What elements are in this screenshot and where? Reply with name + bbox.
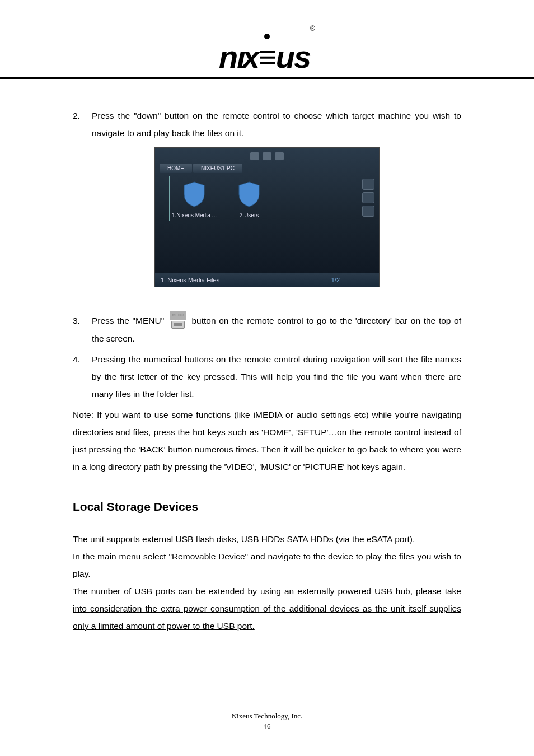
- registered-mark: ®: [310, 25, 315, 32]
- video-icon: [250, 152, 259, 160]
- breadcrumb-path: NIXEUS1-PC: [193, 164, 242, 173]
- step-2: 2. Press the "down" button on the remote…: [73, 107, 461, 142]
- step-text: Press the "down" button on the remote co…: [92, 107, 461, 142]
- header-rule: [0, 77, 534, 79]
- step-text: Pressing the numerical buttons on the re…: [92, 351, 461, 403]
- sidebar-icon: [362, 192, 374, 203]
- ui-screenshot: HOME NIXEUS1-PC 1.Nixeus Media ...: [154, 147, 380, 287]
- page-indicator: 1/2: [331, 277, 340, 283]
- step-number: 3.: [73, 312, 92, 347]
- sidebar-icon: [362, 179, 374, 190]
- note-paragraph: Note: If you want to use some functions …: [73, 406, 461, 475]
- sidebar-icons: [362, 179, 374, 217]
- step-number: 4.: [73, 351, 92, 403]
- menu-button-label: MENU: [170, 311, 186, 320]
- music-icon: [263, 152, 271, 160]
- body-paragraph-3: The number of USB ports can be extended …: [73, 582, 461, 634]
- sidebar-icon: [362, 206, 374, 217]
- status-title: 1. Nixeus Media Files: [161, 277, 219, 283]
- breadcrumb-home: HOME: [160, 164, 192, 173]
- footer-company: Nixeus Technology, Inc.: [0, 711, 534, 721]
- footer-page-number: 46: [0, 721, 534, 731]
- body-paragraph-2: In the main menu select "Removable Devic…: [73, 548, 461, 582]
- media-type-icons: [250, 152, 284, 160]
- step-number: 2.: [73, 107, 92, 142]
- logo-text: nıx≡us: [219, 39, 310, 74]
- folder-item-1: 1.Nixeus Media ...: [170, 176, 219, 221]
- picture-icon: [275, 152, 284, 160]
- step-4: 4. Pressing the numerical buttons on the…: [73, 351, 461, 403]
- shield-folder-icon: [179, 179, 210, 210]
- breadcrumb: HOME NIXEUS1-PC: [160, 164, 242, 173]
- logo: nıx≡us®: [39, 34, 495, 73]
- status-bar: 1. Nixeus Media Files 1/2: [155, 273, 379, 287]
- body-paragraph-1: The unit supports external USB flash dis…: [73, 530, 461, 548]
- folder-item-2: 2.Users: [233, 179, 265, 218]
- section-heading: Local Storage Devices: [73, 500, 461, 514]
- step-3: 3. Press the "MENU" MENU button on the r…: [73, 312, 461, 347]
- page-footer: Nixeus Technology, Inc. 46: [0, 711, 534, 731]
- shield-folder-icon: [233, 179, 265, 210]
- step-text-pre: Press the "MENU": [92, 316, 164, 325]
- folder-label: 1.Nixeus Media ...: [172, 212, 217, 218]
- folder-label: 2.Users: [233, 212, 265, 218]
- menu-button-icon: MENU: [170, 313, 186, 330]
